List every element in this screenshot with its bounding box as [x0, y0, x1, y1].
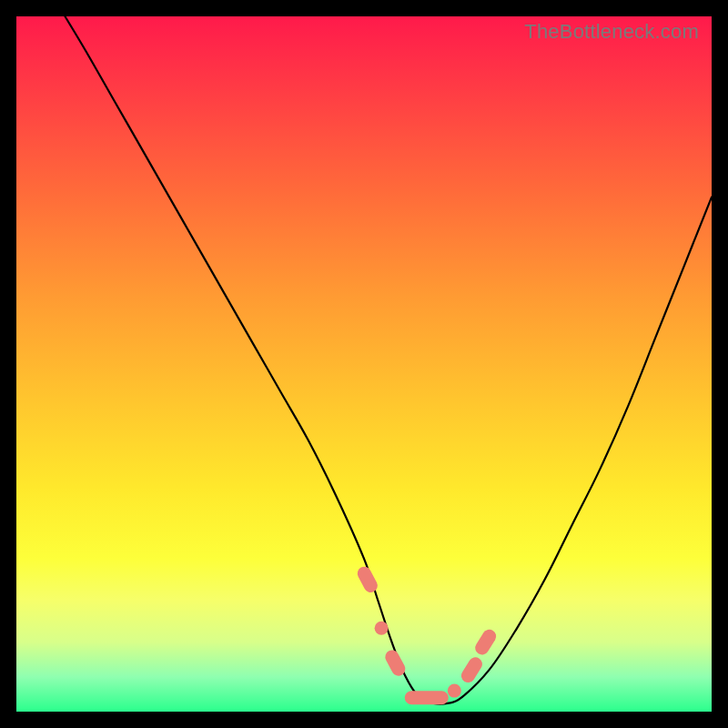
bottleneck-curve — [65, 16, 712, 704]
chart-frame: TheBottleneck.com — [16, 16, 712, 712]
chart-svg — [16, 16, 712, 712]
marker-dot — [448, 684, 461, 698]
marker-pill — [472, 627, 499, 657]
marker-pill — [405, 691, 449, 704]
marker-pill — [355, 564, 379, 595]
watermark-text: TheBottleneck.com — [524, 20, 699, 44]
marker-dot — [375, 622, 389, 635]
